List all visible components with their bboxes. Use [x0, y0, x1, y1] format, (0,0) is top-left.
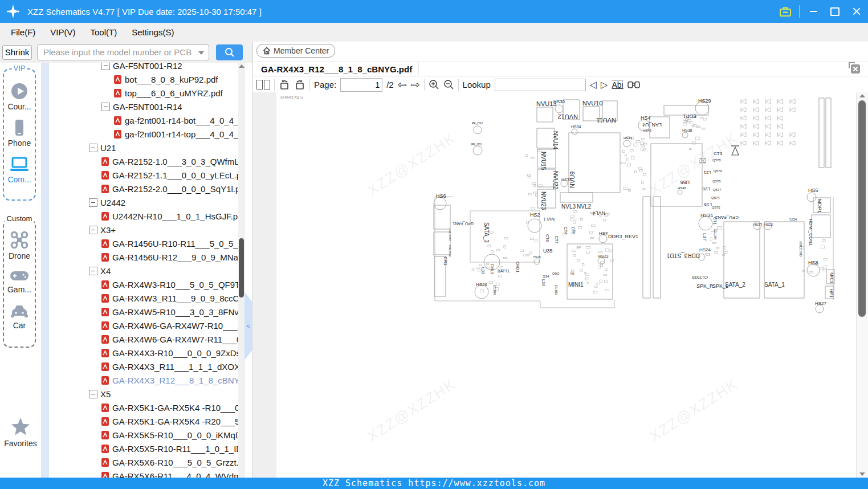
sidebar-item-drone[interactable]: Drone: [4, 230, 35, 260]
page-number-input[interactable]: [340, 78, 382, 92]
tab-document-title[interactable]: GA-RX4X3_R12___8_1_8_cBNYG.pdf: [261, 64, 412, 74]
svg-text:CL100: CL100: [493, 285, 496, 295]
model-search-combo[interactable]: [37, 44, 209, 60]
tree-item[interactable]: GA-RX5X5-R10-R11___1_0_1_IDIN: [49, 442, 238, 455]
tree-item[interactable]: GA-RX4W6-GA-RX4W7-R10___14_: [49, 319, 238, 332]
menu-item-vip[interactable]: VIP(V): [43, 27, 83, 37]
tree-item[interactable]: GA-R2152-1.1___0_0_0_yLEcL.pdf: [49, 168, 238, 182]
tree-item[interactable]: U21: [49, 141, 238, 154]
dropdown-caret-icon[interactable]: [198, 51, 204, 55]
panel-collapse-handle[interactable]: <: [244, 292, 252, 360]
vip-briefcase-icon[interactable]: [777, 3, 793, 19]
tree-item[interactable]: U2442N-R10___1_0_1_HsGJF.pdf: [49, 209, 238, 223]
sidebar-item-car[interactable]: Car: [4, 302, 35, 330]
tree-item[interactable]: bot___8_0_8_kuP92.pdf: [49, 72, 238, 86]
sidebar-item-computer[interactable]: Com...: [4, 155, 35, 184]
match-case-button[interactable]: Abi: [612, 80, 623, 89]
tree-item-label: bot___8_0_8_kuP92.pdf: [125, 75, 218, 84]
model-search-input[interactable]: [42, 47, 197, 58]
collapse-icon[interactable]: [101, 63, 110, 70]
menu-item-file[interactable]: File(F): [3, 27, 43, 37]
tree-scroll-thumb[interactable]: [239, 238, 244, 298]
tree-item[interactable]: GA-RX4W5-R10___3_0_3_8FNvX.pc: [49, 305, 238, 319]
tree-item[interactable]: GA-F5NT001-R14: [49, 100, 238, 113]
scroll-up-icon[interactable]: [239, 64, 244, 68]
svg-text:MINI1: MINI1: [568, 282, 584, 288]
menu-item-tool[interactable]: Tool(T): [83, 27, 125, 37]
member-center-button[interactable]: Member Center: [256, 44, 335, 58]
tree-item-label: GA-RX4W5-R10___3_0_3_8FNvX.pc: [112, 307, 238, 317]
tree-item[interactable]: X4: [49, 264, 238, 278]
tabbar: GA-RX4X3_R12___8_1_8_cBNYG.pdf: [253, 62, 868, 76]
collapse-icon[interactable]: [89, 267, 97, 275]
two-page-view-button[interactable]: [256, 80, 270, 89]
tree-item[interactable]: GA-RX5K5-R10___0_0_0_iKMqD.pc: [49, 428, 238, 442]
tree-item-label: GA-RX4X3-R10___0_0_0_9ZxDs.pd: [112, 348, 238, 358]
tree-item[interactable]: GA-RX4X3_R12___8_1_8_cBNYG.pc: [49, 373, 238, 387]
svg-text:HS23: HS23: [598, 254, 609, 258]
tree-item[interactable]: U2442: [49, 195, 238, 209]
sidebar-item-game[interactable]: Gam...: [4, 268, 35, 294]
close-document-icon[interactable]: [851, 64, 860, 74]
sidebar-item-phone[interactable]: Phone: [4, 119, 35, 148]
tree-scrollbar[interactable]: [238, 63, 245, 478]
binoculars-icon[interactable]: [627, 80, 640, 89]
zoom-out-button[interactable]: [443, 79, 454, 90]
tree-item[interactable]: X3+: [49, 223, 238, 237]
shrink-button[interactable]: Shrink: [2, 45, 32, 60]
tree-item[interactable]: GA-RX5X6-R10___5_0_5_Grzzt.pdf: [49, 455, 238, 469]
titlebar: XZZ Schematics V4.77 [ VIP Due date: 202…: [0, 0, 868, 23]
collapse-icon[interactable]: [89, 390, 97, 398]
zoom-in-button[interactable]: [429, 79, 439, 90]
sidebar-item-favorites[interactable]: Favorites: [0, 417, 41, 448]
previous-page-button[interactable]: ⇦: [398, 79, 407, 90]
tree-item[interactable]: GA-RX4X3-R10___0_0_0_9ZxDs.pd: [49, 346, 238, 360]
tree-item[interactable]: GA-RX4X3_R11___1_1_1_dXOXL.pc: [49, 360, 238, 373]
rotate-left-button[interactable]: [279, 79, 290, 90]
collapse-icon[interactable]: [89, 144, 97, 152]
svg-text:NVL4: NVL4: [592, 210, 605, 216]
svg-text:LAN_U4: LAN_U4: [642, 122, 662, 128]
tree-item[interactable]: GA-RX4W3_R11___9_0_9_8ccCz.pd: [49, 291, 238, 305]
collapse-icon[interactable]: [101, 103, 110, 111]
tree-item[interactable]: GA-RX5K1-GA-RX5K4 -R20___5_0_: [49, 414, 238, 428]
rotate-right-button[interactable]: [294, 79, 305, 90]
tree-item[interactable]: GA-RX5X6-R11___4_0_4_WVdm5.p: [49, 469, 238, 478]
menu-item-settings[interactable]: Settings(S): [124, 27, 181, 37]
tree-item[interactable]: ga-f2nt001-r14-bot___4_0_4_EE: [49, 113, 238, 127]
gamepad-icon: [10, 268, 29, 283]
phone-icon: [10, 119, 28, 137]
pdf-icon: [101, 472, 109, 478]
maximize-button[interactable]: [827, 3, 843, 19]
tree-item[interactable]: GA-R1456U-R12___9_0_9_MNaT4.p: [49, 250, 238, 264]
pdf-viewer: Member Center GA-RX4X3_R12___8_1_8_cBNYG…: [253, 42, 868, 478]
scroll-down-icon[interactable]: [859, 472, 865, 476]
scroll-up-icon[interactable]: [859, 94, 865, 97]
pdf-scrollbar[interactable]: [856, 92, 868, 478]
collapse-icon[interactable]: [89, 198, 97, 207]
tree-item-label: X4: [100, 266, 111, 276]
pdf-scroll-thumb[interactable]: [858, 100, 866, 317]
search-button[interactable]: [216, 44, 243, 60]
tree-item[interactable]: ga-f2nt001-r14-top___4_0_4_z6: [49, 127, 238, 141]
close-button[interactable]: [849, 3, 865, 19]
lookup-input[interactable]: [495, 79, 586, 91]
next-page-button[interactable]: ⇨: [411, 79, 420, 90]
tree-item[interactable]: top___6_0_6_uMYRZ.pdf: [49, 86, 238, 100]
find-next-button[interactable]: ▷: [601, 80, 608, 89]
pdf-page[interactable]: XZZ@XZZHKXZZ@XZZHKXZZ@XZZHKXZZ@XZZHKGA-R…: [276, 92, 857, 478]
collapse-icon[interactable]: [89, 226, 97, 234]
minimize-button[interactable]: [805, 3, 821, 19]
tree-item[interactable]: GA-RX4W6-GA-RX4W7-R11___0_0: [49, 332, 238, 346]
find-previous-button[interactable]: ◁: [590, 80, 597, 89]
svg-text:NVU10: NVU10: [582, 100, 602, 107]
tree-item[interactable]: GA-RX4W3-R10___5_0_5_QF9TG.p: [49, 278, 238, 291]
sidebar-item-course[interactable]: Cour...: [4, 82, 35, 111]
tree-item[interactable]: GA-R2152-2.0___0_0_0_SqY1l.pdf: [49, 182, 238, 195]
svg-text:TC9: TC9: [699, 158, 702, 164]
tree-item[interactable]: GA-R1456U-R10-R11___5_0_5_u6L: [49, 237, 238, 250]
tree-item[interactable]: X5: [49, 387, 238, 401]
tree-item[interactable]: GA-F5NT001-R12: [49, 63, 238, 72]
tree-item[interactable]: GA-R2152-1.0___3_0_3_QWfmL.pd: [49, 154, 238, 168]
tree-item[interactable]: GA-RX5K1-GA-RX5K4 -R10___0_0_: [49, 401, 238, 414]
